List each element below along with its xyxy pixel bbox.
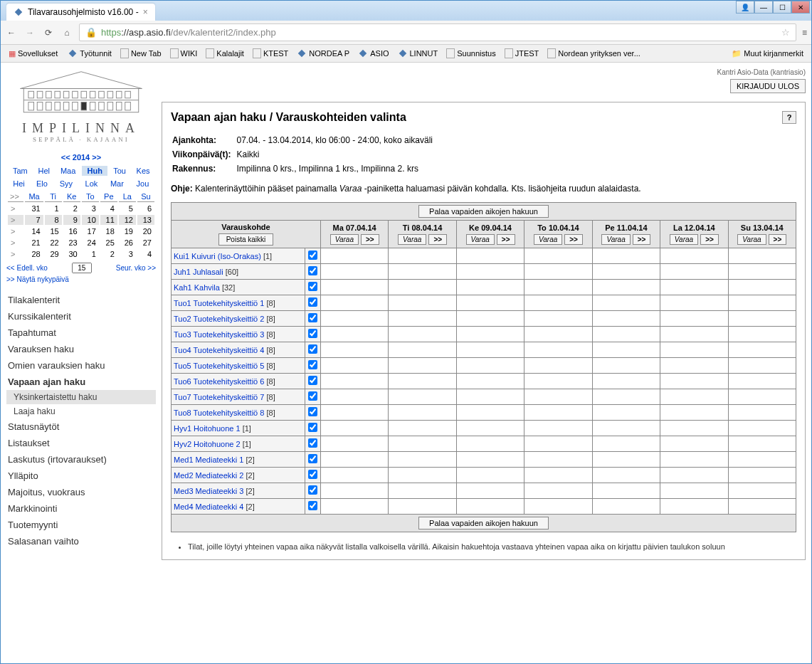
slot-cell[interactable] xyxy=(389,358,456,374)
minimize-button[interactable]: — xyxy=(754,1,773,14)
slot-cell[interactable] xyxy=(728,436,796,452)
slot-cell[interactable] xyxy=(320,264,388,280)
slot-cell[interactable] xyxy=(456,436,524,452)
nav-item[interactable]: Tuotemyynti xyxy=(6,517,156,533)
room-link[interactable]: Kah1 Kahvila xyxy=(174,283,220,292)
slot-cell[interactable] xyxy=(660,327,728,342)
varaa-button[interactable]: Varaa xyxy=(737,234,766,245)
back-button[interactable]: Palaa vapaiden aikojen hakuun xyxy=(418,205,549,218)
month-link[interactable]: Lok xyxy=(80,179,103,189)
cal-day[interactable]: 6 xyxy=(137,204,154,214)
slot-cell[interactable] xyxy=(389,374,456,389)
slot-cell[interactable] xyxy=(524,468,592,483)
slot-cell[interactable] xyxy=(592,452,660,468)
slot-cell[interactable] xyxy=(660,452,728,468)
room-link[interactable]: Tuo1 Tuotekehityskeittiö 1 xyxy=(174,299,264,307)
room-checkbox[interactable] xyxy=(308,344,317,354)
slot-cell[interactable] xyxy=(728,311,796,327)
slot-cell[interactable] xyxy=(660,264,728,280)
slot-cell[interactable] xyxy=(728,483,796,499)
room-checkbox[interactable] xyxy=(308,266,317,275)
arrow-button[interactable]: >> xyxy=(633,234,651,245)
nav-item[interactable]: Listaukset xyxy=(6,435,156,451)
bookmark-item[interactable]: KTEST xyxy=(249,47,292,60)
maximize-button[interactable]: ☐ xyxy=(773,1,791,14)
room-checkbox[interactable] xyxy=(308,501,317,510)
slot-cell[interactable] xyxy=(728,327,796,342)
slot-cell[interactable] xyxy=(728,280,796,295)
slot-cell[interactable] xyxy=(389,295,456,311)
room-checkbox[interactable] xyxy=(308,391,317,401)
room-checkbox[interactable] xyxy=(308,438,317,448)
month-link[interactable]: Tam xyxy=(8,166,33,176)
room-checkbox[interactable] xyxy=(308,376,317,385)
slot-cell[interactable] xyxy=(389,483,456,499)
nav-item[interactable]: Omien varauksien haku xyxy=(6,357,156,374)
show-today-link[interactable]: >> Näytä nykypäivä xyxy=(6,275,69,283)
arrow-button[interactable]: >> xyxy=(428,234,447,245)
forward-icon[interactable]: → xyxy=(23,26,36,39)
room-checkbox[interactable] xyxy=(308,251,317,260)
slot-cell[interactable] xyxy=(592,405,660,421)
room-link[interactable]: Tuo4 Tuotekehityskeittiö 4 xyxy=(174,346,264,354)
slot-cell[interactable] xyxy=(592,295,660,311)
slot-cell[interactable] xyxy=(524,280,592,295)
cal-day[interactable]: 13 xyxy=(137,215,154,225)
cal-day[interactable]: 28 xyxy=(25,249,43,259)
cal-day[interactable]: 7 xyxy=(25,215,43,225)
tab-close-icon[interactable]: × xyxy=(143,7,148,17)
slot-cell[interactable] xyxy=(456,405,524,421)
week-marker[interactable]: > xyxy=(8,226,23,236)
slot-cell[interactable] xyxy=(389,311,456,327)
week-marker[interactable]: > xyxy=(8,204,23,214)
room-checkbox[interactable] xyxy=(308,407,317,416)
slot-cell[interactable] xyxy=(660,295,728,311)
cal-day[interactable]: 8 xyxy=(45,215,62,225)
bookmark-item[interactable]: LINNUT xyxy=(394,47,442,60)
room-checkbox[interactable] xyxy=(308,423,317,432)
cal-year[interactable]: << 2014 >> xyxy=(8,152,154,163)
slot-cell[interactable] xyxy=(456,374,524,389)
slot-cell[interactable] xyxy=(320,436,388,452)
slot-cell[interactable] xyxy=(728,421,796,436)
prev-week-link[interactable]: << Edell. vko xyxy=(6,264,48,272)
varaa-button[interactable]: Varaa xyxy=(670,234,698,245)
chrome-menu-icon[interactable]: ≡ xyxy=(802,28,807,38)
varaa-button[interactable]: Varaa xyxy=(534,234,562,245)
slot-cell[interactable] xyxy=(389,342,456,358)
cal-day[interactable]: 24 xyxy=(82,238,99,248)
cal-day[interactable]: 29 xyxy=(45,249,62,259)
slot-cell[interactable] xyxy=(389,405,456,421)
slot-cell[interactable] xyxy=(660,342,728,358)
month-link[interactable]: Mar xyxy=(105,179,130,189)
slot-cell[interactable] xyxy=(456,264,524,280)
cal-day[interactable]: 3 xyxy=(119,249,136,259)
slot-cell[interactable] xyxy=(592,499,660,515)
slot-cell[interactable] xyxy=(592,389,660,405)
nav-item[interactable]: Varauksen haku xyxy=(6,341,156,357)
slot-cell[interactable] xyxy=(660,499,728,515)
slot-cell[interactable] xyxy=(524,342,592,358)
room-link[interactable]: Med2 Mediateekki 2 xyxy=(174,471,243,480)
cal-day[interactable]: 10 xyxy=(82,215,99,225)
slot-cell[interactable] xyxy=(456,280,524,295)
cal-day[interactable]: 1 xyxy=(45,204,62,214)
slot-cell[interactable] xyxy=(592,342,660,358)
bookmark-item[interactable]: JTEST xyxy=(501,47,543,60)
slot-cell[interactable] xyxy=(728,452,796,468)
nav-item[interactable]: Ylläpito xyxy=(6,468,156,484)
cal-day[interactable]: 1 xyxy=(82,249,99,259)
slot-cell[interactable] xyxy=(456,421,524,436)
arrow-button[interactable]: >> xyxy=(769,234,787,245)
slot-cell[interactable] xyxy=(320,248,388,264)
slot-cell[interactable] xyxy=(660,405,728,421)
slot-cell[interactable] xyxy=(592,483,660,499)
room-link[interactable]: Tuo2 Tuotekehityskeittiö 2 xyxy=(174,315,264,323)
slot-cell[interactable] xyxy=(456,389,524,405)
slot-cell[interactable] xyxy=(389,436,456,452)
bookmark-item[interactable]: Suunnistus xyxy=(443,47,499,60)
slot-cell[interactable] xyxy=(728,248,796,264)
arrow-button[interactable]: >> xyxy=(497,234,515,245)
arrow-button[interactable]: >> xyxy=(564,234,583,245)
room-link[interactable]: Med4 Mediateekki 4 xyxy=(174,502,243,511)
